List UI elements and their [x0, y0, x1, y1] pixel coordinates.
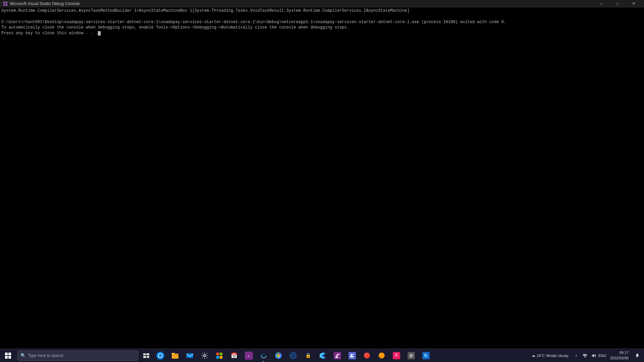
svg-rect-10 — [186, 353, 193, 358]
title-bar-left: Microsoft Visual Studio Debug Console — [3, 1, 80, 6]
weather-temp: 18°C — [537, 354, 545, 358]
svg-rect-1 — [6, 1, 7, 3]
svg-rect-8 — [172, 354, 178, 359]
clock-date: 2022/03/06 — [610, 356, 629, 361]
search-bar[interactable]: 🔍 Type here to search — [17, 351, 138, 361]
network-icon[interactable] — [581, 349, 589, 362]
svg-text:✦: ✦ — [248, 354, 250, 358]
volume-icon[interactable] — [589, 349, 598, 362]
svg-rect-28 — [410, 356, 413, 356]
tray-icons: ∧ ENG — [572, 349, 607, 362]
clock-time: 09:17 — [619, 350, 629, 355]
app7-button[interactable]: ✦ — [241, 349, 256, 362]
language-indicator[interactable]: ENG — [598, 349, 607, 362]
ie-app-button[interactable] — [286, 349, 301, 362]
chrome-app-button[interactable] — [271, 349, 286, 362]
close-button[interactable]: ✕ — [626, 0, 641, 7]
mail-app-button[interactable] — [182, 349, 197, 362]
clock-area[interactable]: 09:17 2022/03/06 — [607, 349, 631, 362]
svg-rect-5 — [146, 353, 149, 355]
edge2-app-button[interactable] — [256, 349, 271, 362]
file-explorer-button[interactable] — [168, 349, 182, 362]
console-line-4: To automatically close the console when … — [1, 25, 643, 31]
svg-rect-3 — [6, 4, 7, 5]
search-icon: 🔍 — [20, 353, 26, 358]
weather-widget[interactable]: ☁ 18°C Mostly cloudy — [529, 349, 571, 362]
svg-rect-14 — [220, 353, 222, 355]
svg-rect-15 — [216, 356, 219, 359]
pinned-apps: 📅 ✦ — [153, 349, 433, 362]
search-input[interactable]: Type here to search — [28, 353, 135, 358]
svg-rect-29 — [410, 357, 412, 357]
svg-rect-31 — [424, 355, 428, 357]
ms-store-button[interactable] — [212, 349, 227, 362]
svg-rect-16 — [220, 356, 222, 359]
app-icon — [3, 1, 8, 6]
svg-rect-27 — [410, 355, 413, 355]
svg-rect-4 — [143, 353, 146, 355]
window-controls: ─ □ ✕ — [594, 0, 641, 7]
console-line-1: System.Runtime.CompilerServices.AsyncTas… — [1, 8, 643, 14]
svg-rect-2 — [3, 4, 5, 5]
app19-button[interactable] — [419, 349, 433, 362]
console-line-5: Press any key to close this window . . . — [1, 31, 643, 36]
svg-rect-13 — [216, 353, 219, 355]
vscode-button[interactable] — [315, 349, 330, 362]
start-icon — [5, 353, 11, 359]
weather-icon: ☁ — [532, 353, 535, 358]
console-area: System.Runtime.CompilerServices.AsyncTas… — [0, 7, 644, 349]
calendar-app-button[interactable]: 📅 — [227, 349, 241, 362]
settings-app-button[interactable] — [197, 349, 212, 362]
minimize-button[interactable]: ─ — [594, 0, 609, 7]
title-bar: Microsoft Visual Studio Debug Console ─ … — [0, 0, 644, 7]
app17-button[interactable]: R — [389, 349, 404, 362]
svg-point-24 — [351, 354, 353, 355]
start-button[interactable] — [0, 349, 16, 362]
svg-rect-32 — [425, 354, 426, 355]
vpn-app-button[interactable]: 🔒 — [301, 349, 315, 362]
window-title: Microsoft Visual Studio Debug Console — [10, 1, 80, 6]
restore-button[interactable]: □ — [610, 0, 625, 7]
app18-button[interactable] — [404, 349, 419, 362]
tray-chevron[interactable]: ∧ — [572, 349, 581, 362]
svg-rect-7 — [147, 356, 149, 358]
cursor-blink — [98, 31, 101, 36]
svg-rect-9 — [172, 353, 175, 354]
app16-button[interactable]: 🟠 — [374, 349, 389, 362]
weather-condition: Mostly cloudy — [546, 354, 569, 358]
console-line-2 — [1, 14, 643, 19]
svg-rect-0 — [3, 1, 5, 3]
svg-point-25 — [353, 354, 354, 355]
taskbar: 🔍 Type here to search — [0, 349, 644, 362]
app15-button[interactable]: 🔴 — [360, 349, 374, 362]
edge-app-button[interactable] — [153, 349, 168, 362]
notification-button[interactable] — [632, 349, 643, 362]
svg-point-11 — [204, 355, 206, 357]
task-view-button[interactable] — [140, 349, 153, 362]
system-tray: ☁ 18°C Mostly cloudy ∧ ENG 09:17 2022/03… — [529, 349, 644, 362]
vs-button[interactable] — [330, 349, 345, 362]
console-line-3: C:\Users\rhant001\Desktop\voadapay-servi… — [1, 19, 643, 25]
svg-rect-6 — [143, 356, 146, 358]
teams-button[interactable] — [345, 349, 360, 362]
